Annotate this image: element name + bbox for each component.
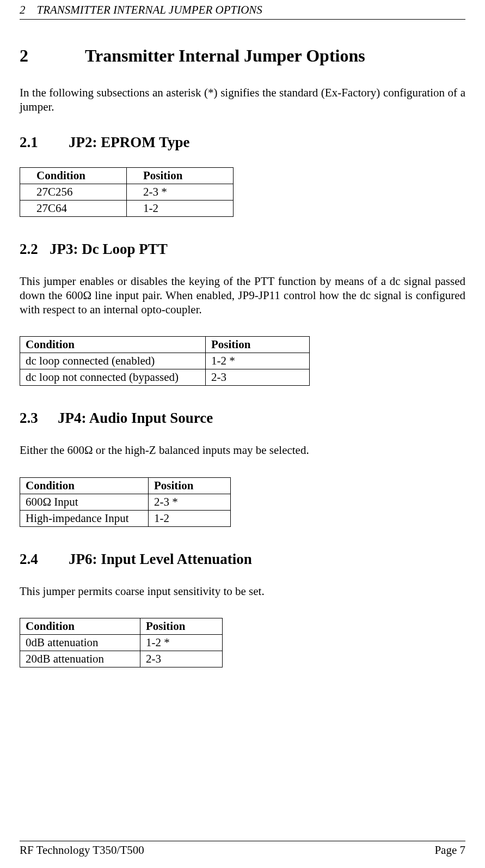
table-row: dc loop connected (enabled) 1-2 *: [20, 353, 310, 369]
table-header-row: Condition Position: [20, 167, 234, 184]
col-condition: Condition: [20, 477, 149, 494]
section-number: 2.2: [20, 241, 50, 258]
table-header-row: Condition Position: [20, 337, 310, 353]
col-position: Position: [140, 618, 223, 634]
col-condition: Condition: [20, 167, 127, 184]
col-condition: Condition: [20, 337, 206, 353]
section-number: 2.3: [20, 410, 58, 427]
section-title: JP6: Input Level Attenuation: [69, 551, 252, 567]
page: 2 TRANSMITTER INTERNAL JUMPER OPTIONS 2T…: [0, 0, 485, 868]
chapter-number: 2: [20, 46, 85, 66]
col-position: Position: [206, 337, 310, 353]
chapter-title: Transmitter Internal Jumper Options: [85, 46, 365, 65]
cell-position: 2-3 *: [149, 494, 231, 510]
jp2-table: Condition Position 27C256 2-3 * 27C64 1-…: [20, 167, 234, 217]
section-number: 2.4: [20, 551, 69, 568]
cell-condition: 600Ω Input: [20, 494, 149, 510]
cell-position: 1-2: [149, 510, 231, 526]
col-position: Position: [149, 477, 231, 494]
cell-condition: dc loop connected (enabled): [20, 353, 206, 369]
table-row: 0dB attenuation 1-2 *: [20, 634, 223, 651]
cell-condition: High-impedance Input: [20, 510, 149, 526]
jp4-table: Condition Position 600Ω Input 2-3 * High…: [20, 477, 231, 527]
col-position: Position: [127, 167, 234, 184]
footer-left: RF Technology T350/T500: [20, 843, 144, 857]
section-2-3-heading: 2.3JP4: Audio Input Source: [20, 410, 465, 427]
section-2-2-heading: 2.2JP3: Dc Loop PTT: [20, 241, 465, 258]
section-title: JP4: Audio Input Source: [58, 410, 213, 426]
section-number: 2.1: [20, 134, 69, 151]
cell-condition: 20dB attenuation: [20, 651, 140, 667]
cell-condition: 27C64: [20, 200, 127, 216]
section-title: JP3: Dc Loop PTT: [50, 241, 168, 257]
cell-position: 1-2: [127, 200, 234, 216]
cell-position: 1-2 *: [206, 353, 310, 369]
table-header-row: Condition Position: [20, 477, 231, 494]
table-row: dc loop not connected (bypassed) 2-3: [20, 369, 310, 386]
col-condition: Condition: [20, 618, 140, 634]
cell-position: 2-3: [140, 651, 223, 667]
section-2-1-heading: 2.1JP2: EPROM Type: [20, 134, 465, 151]
cell-condition: dc loop not connected (bypassed): [20, 369, 206, 386]
cell-position: 2-3: [206, 369, 310, 386]
jp6-table: Condition Position 0dB attenuation 1-2 *…: [20, 618, 223, 667]
cell-condition: 0dB attenuation: [20, 634, 140, 651]
table-row: 20dB attenuation 2-3: [20, 651, 223, 667]
section-2-2-body: This jumper enables or disables the keyi…: [20, 274, 465, 317]
table-header-row: Condition Position: [20, 618, 223, 634]
section-title: JP2: EPROM Type: [69, 134, 190, 150]
section-2-4-body: This jumper permits coarse input sensiti…: [20, 584, 465, 598]
running-header: 2 TRANSMITTER INTERNAL JUMPER OPTIONS: [20, 0, 465, 20]
intro-paragraph: In the following subsections an asterisk…: [20, 86, 465, 114]
cell-position: 1-2 *: [140, 634, 223, 651]
table-row: 27C256 2-3 *: [20, 184, 234, 200]
section-2-4-heading: 2.4JP6: Input Level Attenuation: [20, 551, 465, 568]
section-2-3-body: Either the 600Ω or the high-Z balanced i…: [20, 443, 465, 457]
table-row: High-impedance Input 1-2: [20, 510, 231, 526]
cell-condition: 27C256: [20, 184, 127, 200]
page-footer: RF Technology T350/T500 Page 7: [20, 841, 465, 857]
footer-right: Page 7: [434, 843, 465, 857]
cell-position: 2-3 *: [127, 184, 234, 200]
chapter-heading: 2Transmitter Internal Jumper Options: [20, 46, 465, 66]
jp3-table: Condition Position dc loop connected (en…: [20, 336, 310, 386]
table-row: 600Ω Input 2-3 *: [20, 494, 231, 510]
table-row: 27C64 1-2: [20, 200, 234, 216]
